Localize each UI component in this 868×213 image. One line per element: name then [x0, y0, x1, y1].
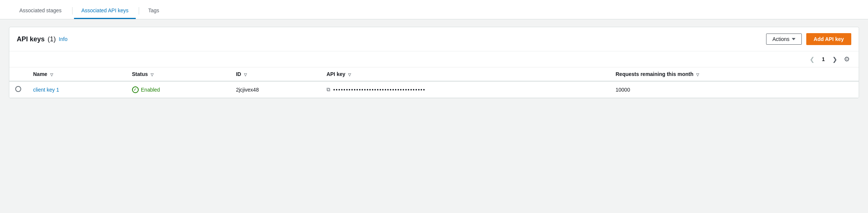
card-count: (1) — [48, 35, 56, 43]
api-keys-card: API keys (1) Info Actions Add API key ❮ … — [9, 27, 859, 98]
row-id-cell: 2jcjivex48 — [230, 81, 320, 98]
col-id: ID ▽ — [230, 67, 320, 81]
card-title: API keys — [17, 35, 45, 43]
card-title-group: API keys (1) Info — [17, 35, 67, 43]
col-requests: Requests remaining this month ▽ — [610, 67, 859, 81]
row-id-value: 2jcjivex48 — [236, 87, 258, 93]
info-link[interactable]: Info — [59, 36, 67, 42]
col-select — [9, 67, 27, 81]
pagination-next-button[interactable]: ❯ — [830, 55, 839, 64]
card-header: API keys (1) Info Actions Add API key — [9, 27, 859, 51]
row-name-cell: client key 1 — [27, 81, 126, 98]
table-wrapper: Name ▽ Status ▽ ID ▽ API key — [9, 67, 859, 98]
status-enabled: ✓ Enabled — [132, 86, 224, 93]
col-name: Name ▽ — [27, 67, 126, 81]
tab-divider-2 — [139, 7, 139, 15]
tab-tags[interactable]: Tags — [141, 3, 167, 19]
row-requests-cell: 10000 — [610, 81, 859, 98]
table-head: Name ▽ Status ▽ ID ▽ API key — [9, 67, 859, 81]
sort-icon-status[interactable]: ▽ — [151, 73, 154, 77]
row-radio-button[interactable] — [15, 86, 21, 92]
settings-icon[interactable]: ⚙ — [842, 54, 851, 64]
copy-icon[interactable]: ⧉ — [327, 86, 330, 93]
col-api-key: API key ▽ — [321, 67, 610, 81]
status-label: Enabled — [141, 87, 160, 93]
tab-divider-1 — [72, 7, 73, 15]
pagination-current-page: 1 — [820, 56, 827, 62]
tab-associated-stages[interactable]: Associated stages — [12, 3, 69, 19]
pagination-prev-button[interactable]: ❮ — [807, 55, 817, 64]
masked-key: •••••••••••••••••••••••••••••••••••• — [333, 87, 425, 93]
col-status: Status ▽ — [126, 67, 230, 81]
row-status-cell: ✓ Enabled — [126, 81, 230, 98]
card-actions: Actions Add API key — [766, 33, 851, 45]
row-select-cell[interactable] — [9, 81, 27, 98]
pagination-row: ❮ 1 ❯ ⚙ — [9, 51, 859, 67]
table-body: client key 1 ✓ Enabled 2jcjivex48 — [9, 81, 859, 98]
table-row: client key 1 ✓ Enabled 2jcjivex48 — [9, 81, 859, 98]
api-key-group: ⧉ •••••••••••••••••••••••••••••••••••• — [327, 86, 604, 93]
chevron-down-icon — [792, 38, 795, 40]
tabs-bar: Associated stages Associated API keys Ta… — [0, 0, 868, 19]
row-requests-value: 10000 — [615, 87, 630, 93]
api-keys-table: Name ▽ Status ▽ ID ▽ API key — [9, 67, 859, 98]
check-icon: ✓ — [132, 86, 139, 93]
actions-label: Actions — [772, 36, 790, 42]
add-api-key-button[interactable]: Add API key — [806, 33, 851, 45]
add-api-key-label: Add API key — [814, 36, 844, 42]
page-wrapper: Associated stages Associated API keys Ta… — [0, 0, 868, 213]
row-api-key-cell: ⧉ •••••••••••••••••••••••••••••••••••• — [321, 81, 610, 98]
sort-icon-name[interactable]: ▽ — [50, 73, 53, 77]
sort-icon-id[interactable]: ▽ — [244, 73, 247, 77]
sort-icon-api-key[interactable]: ▽ — [348, 73, 351, 77]
row-name-link[interactable]: client key 1 — [33, 87, 59, 93]
tab-associated-api-keys[interactable]: Associated API keys — [74, 3, 136, 19]
sort-icon-requests[interactable]: ▽ — [696, 73, 699, 77]
actions-button[interactable]: Actions — [766, 34, 802, 45]
